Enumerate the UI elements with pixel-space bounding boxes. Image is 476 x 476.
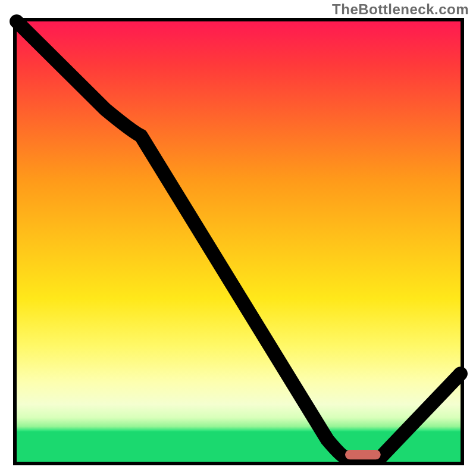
plot-area (13, 18, 464, 465)
bottleneck-curve (17, 21, 461, 458)
chart-frame: TheBottleneck.com (0, 0, 476, 476)
watermark-text: TheBottleneck.com (332, 1, 469, 18)
curve-layer (17, 21, 461, 462)
optimum-marker (345, 450, 381, 459)
